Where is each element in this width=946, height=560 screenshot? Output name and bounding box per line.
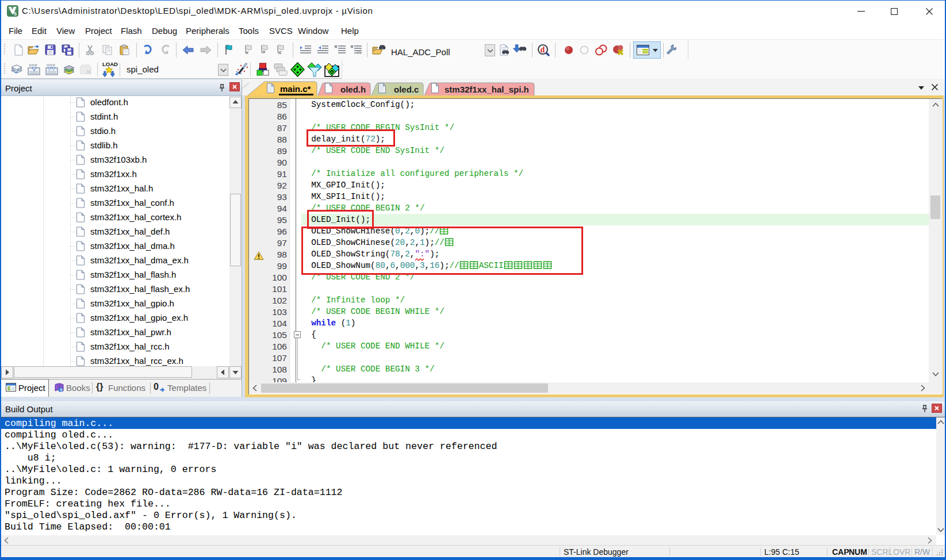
svg-text:5: 5	[14, 11, 17, 17]
svg-text:LOAD: LOAD	[102, 61, 118, 67]
svg-text:?: ?	[60, 388, 63, 393]
svg-text:d: d	[541, 45, 545, 54]
